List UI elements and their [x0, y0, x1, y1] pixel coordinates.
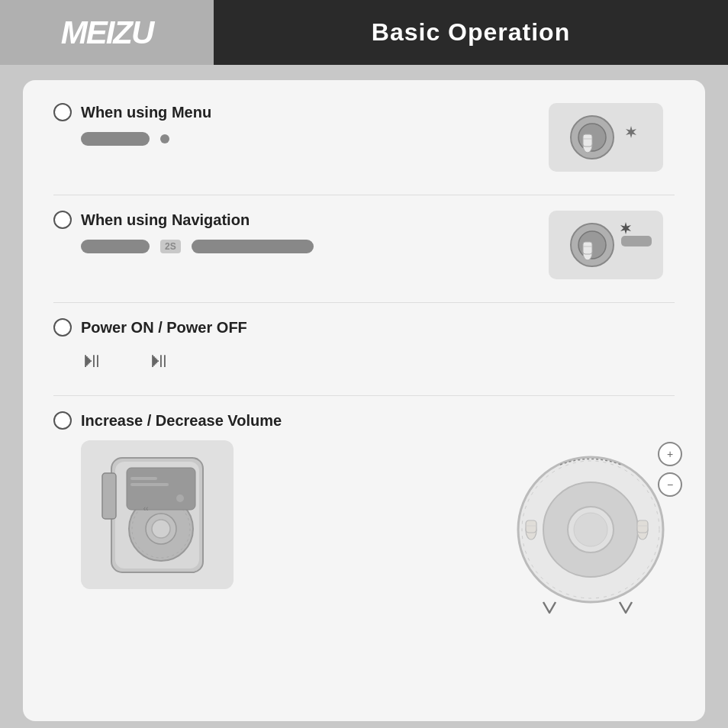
nav-press-row: 2S — [81, 240, 537, 253]
menu-press-row — [81, 132, 537, 146]
menu-press-bar — [81, 132, 150, 146]
header-title-area: Basic Operation — [214, 0, 728, 65]
section-power-left: Power ON / Power OFF ⏯ ⏯ — [53, 318, 675, 372]
nav-press-bar-2 — [192, 240, 314, 253]
nav-press-bar-1 — [81, 240, 150, 253]
svg-marker-2 — [626, 126, 636, 138]
nav-title: When using Navigation — [81, 211, 250, 229]
section-power: Power ON / Power OFF ⏯ ⏯ — [53, 318, 675, 372]
divider-2 — [53, 302, 675, 303]
volume-title: Increase / Decrease Volume — [81, 412, 282, 430]
volume-radio-circle — [53, 411, 72, 430]
power-icons-row: ⏯ ⏯ — [81, 347, 675, 372]
section-nav-left: When using Navigation 2S — [53, 211, 537, 253]
nav-radio-label: When using Navigation — [53, 211, 537, 229]
section-navigation: When using Navigation 2S — [53, 211, 675, 279]
menu-title: When using Menu — [81, 104, 211, 121]
section-menu: When using Menu — [53, 103, 675, 172]
nav-2s-label: 2S — [160, 240, 181, 253]
svg-marker-9 — [620, 222, 631, 234]
nav-radio-circle — [53, 211, 72, 229]
logo-text: MEIZU — [61, 14, 153, 51]
volume-plus-icon: + — [658, 442, 682, 466]
svg-rect-15 — [102, 473, 116, 519]
power-icon-2: ⏯ — [148, 347, 169, 372]
main-wrapper: When using Menu — [0, 65, 728, 728]
power-icon-1: ⏯ — [81, 347, 102, 372]
menu-radio-circle — [53, 103, 72, 121]
volume-radio-label: Increase / Decrease Volume — [53, 411, 507, 430]
content-card: When using Menu — [23, 80, 705, 721]
divider-3 — [53, 395, 675, 396]
menu-dot — [160, 134, 169, 143]
svg-rect-34 — [637, 520, 648, 533]
svg-rect-31 — [526, 520, 536, 533]
volume-minus-icon: − — [658, 472, 682, 497]
menu-touch-area — [537, 103, 675, 172]
menu-touch-box — [549, 103, 663, 172]
volume-right: + − — [507, 442, 675, 628]
svg-point-29 — [574, 513, 607, 546]
svg-rect-8 — [621, 236, 652, 246]
svg-point-19 — [152, 520, 170, 538]
device-area: ‹‹ — [81, 440, 507, 589]
svg-rect-4 — [583, 134, 592, 147]
svg-text:‹‹: ‹‹ — [143, 504, 149, 513]
logo-area: MEIZU — [0, 0, 214, 65]
page-title: Basic Operation — [372, 18, 570, 47]
svg-rect-21 — [130, 477, 157, 480]
section-menu-left: When using Menu — [53, 103, 537, 146]
svg-rect-22 — [130, 483, 169, 486]
nav-touch-area — [537, 211, 675, 279]
divider-1 — [53, 195, 675, 195]
svg-rect-11 — [583, 242, 592, 254]
nav-touch-box — [549, 211, 663, 279]
section-volume-left: Increase / Decrease Volume — [53, 411, 507, 589]
device-box: ‹‹ — [81, 440, 234, 589]
volume-wheel-svg — [507, 442, 675, 625]
nav-touch-svg — [552, 214, 659, 275]
device-svg: ‹‹ — [89, 446, 226, 584]
power-title: Power ON / Power OFF — [81, 319, 247, 337]
svg-rect-20 — [127, 468, 195, 510]
svg-point-24 — [176, 494, 184, 502]
power-content: ⏯ ⏯ — [81, 347, 675, 372]
menu-radio-label: When using Menu — [53, 103, 537, 121]
menu-touch-svg — [552, 107, 659, 168]
section-volume: Increase / Decrease Volume — [53, 411, 675, 628]
volume-icons-column: + − — [658, 442, 682, 497]
header: MEIZU Basic Operation — [0, 0, 728, 65]
power-radio-label: Power ON / Power OFF — [53, 318, 675, 337]
power-radio-circle — [53, 318, 72, 337]
